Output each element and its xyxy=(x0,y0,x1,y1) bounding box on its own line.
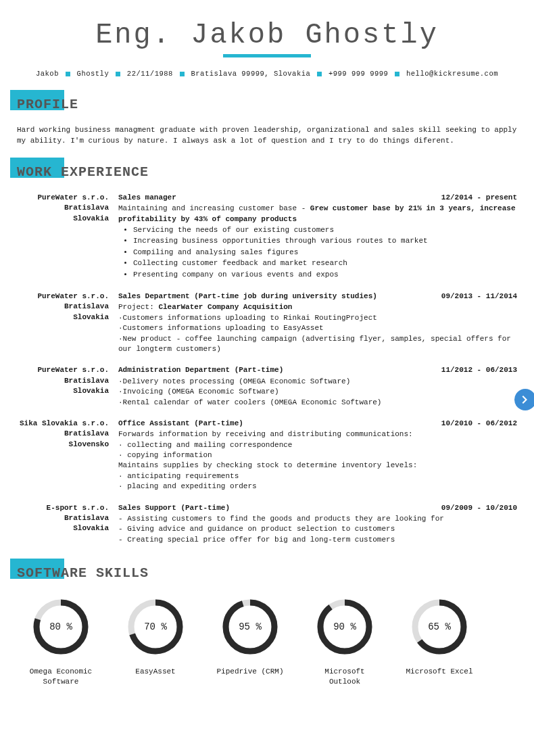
country: Slovakia xyxy=(17,386,109,396)
skill-ring: 95 % xyxy=(221,598,279,656)
skill-percent: 95 % xyxy=(221,598,279,656)
job-details: Administration Department (Part-time)11/… xyxy=(118,365,517,408)
country: Slovensko xyxy=(17,440,109,450)
job-details: Sales manager12/2014 - presentMaintainin… xyxy=(118,193,517,281)
job-entry: PureWater s.r.o.BratislavaSlovakiaAdmini… xyxy=(17,365,517,408)
job-line: ·Delivery notes processing (OMEGA Econom… xyxy=(118,377,517,387)
job-line: · anticipating requirements xyxy=(118,471,517,481)
address: Bratislava 99999, Slovakia xyxy=(191,70,310,78)
skill-percent: 90 % xyxy=(316,598,374,656)
separator-icon xyxy=(66,72,70,76)
company: Sika Slovakia s.r.o. xyxy=(17,419,109,429)
skill-ring: 65 % xyxy=(410,598,468,656)
separator-icon xyxy=(317,72,322,76)
job-title: Office Assistant (Part-time) xyxy=(118,419,243,429)
job-company-block: PureWater s.r.o.BratislavaSlovakia xyxy=(17,365,118,408)
section-work-title: WORK EXPERIENCE xyxy=(17,162,517,183)
title-underline xyxy=(223,54,311,57)
skills-row: 80 %Omega Economic Software70 %EasyAsset… xyxy=(17,598,517,686)
skill-item: 65 %Microsoft Excel xyxy=(402,598,477,686)
skill-ring: 90 % xyxy=(316,598,374,656)
city: Bratislava xyxy=(17,302,109,312)
job-intro: Maintaining and increasing customer base… xyxy=(118,204,517,225)
dob: 22/11/1988 xyxy=(127,70,173,78)
list-item: Increasing business opportunities throug… xyxy=(133,236,517,246)
separator-icon xyxy=(180,72,185,76)
skill-label: Microsoft Excel xyxy=(402,667,477,676)
page-title: Eng. Jakob Ghostly xyxy=(17,19,517,51)
skill-item: 95 %Pipedrive (CRM) xyxy=(213,598,287,686)
skill-label: Microsoft Outlook xyxy=(308,667,382,686)
list-item: Collecting customer feedback and market … xyxy=(133,258,517,268)
job-title: Administration Department (Part-time) xyxy=(118,365,283,375)
job-line: ·Invoicing (OMEGA Economic Software) xyxy=(118,387,517,397)
job-line: ·Customers informations uploading to Rin… xyxy=(118,313,517,323)
job-entry: Sika Slovakia s.r.o.BratislavaSlovenskoO… xyxy=(17,419,517,492)
skill-label: EasyAsset xyxy=(118,667,193,676)
job-line: Maintains supplies by checking stock to … xyxy=(118,460,517,471)
job-dates: 09/2009 - 10/2010 xyxy=(441,503,517,513)
skill-label: Pipedrive (CRM) xyxy=(213,667,287,676)
job-line: ·New product - coffee launching campaign… xyxy=(118,334,517,355)
separator-icon xyxy=(116,72,120,76)
job-line: - Creating special price offer for big a… xyxy=(118,535,517,545)
job-company-block: PureWater s.r.o.BratislavaSlovakia xyxy=(17,193,118,281)
job-details: Sales Department (Part-time job during u… xyxy=(118,291,517,354)
section-skills-title: SOFTWARE SKILLS xyxy=(17,563,517,584)
job-title: Sales manager xyxy=(118,193,176,203)
list-item: Presenting company on various events and… xyxy=(133,270,517,280)
job-dates: 12/2014 - present xyxy=(441,193,517,203)
city: Bratislava xyxy=(17,376,109,386)
job-dates: 11/2012 - 06/2013 xyxy=(441,365,517,375)
job-entry: PureWater s.r.o.BratislavaSlovakiaSales … xyxy=(17,193,517,281)
job-line: ·Rental calendar of water coolers (OMEGA… xyxy=(118,398,517,408)
skill-percent: 70 % xyxy=(126,598,185,656)
skill-percent: 65 % xyxy=(410,598,468,656)
section-label: PROFILE xyxy=(17,97,78,112)
last-name: Ghostly xyxy=(77,70,110,78)
company: E-sport s.r.o. xyxy=(17,503,109,513)
skill-item: 70 %EasyAsset xyxy=(118,598,193,686)
city: Bratislava xyxy=(17,429,109,439)
job-title: Sales Department (Part-time job during u… xyxy=(118,291,377,302)
job-entry: PureWater s.r.o.BratislavaSlovakiaSales … xyxy=(17,291,517,354)
section-profile-title: PROFILE xyxy=(17,94,517,116)
job-line: · collecting and mailing correspondence xyxy=(118,440,517,450)
project-line: Project: ClearWater Company Acquisition xyxy=(118,302,517,312)
skill-ring: 70 % xyxy=(126,598,185,656)
chevron-right-icon xyxy=(520,394,531,405)
company: PureWater s.r.o. xyxy=(17,193,109,203)
separator-icon xyxy=(395,72,399,76)
job-line: ·Customers informations uploading to Eas… xyxy=(118,323,517,333)
company: PureWater s.r.o. xyxy=(17,291,109,302)
skill-label: Omega Economic Software xyxy=(24,667,98,686)
job-dates: 09/2013 - 11/2014 xyxy=(441,291,517,302)
job-company-block: E-sport s.r.o.BratislavaSlovakia xyxy=(17,503,118,546)
skill-ring: 80 % xyxy=(32,598,90,656)
first-name: Jakob xyxy=(36,70,59,78)
section-label: SOFTWARE SKILLS xyxy=(17,565,149,581)
skill-item: 80 %Omega Economic Software xyxy=(24,598,98,686)
email: hello@kickresume.com xyxy=(406,70,498,78)
job-bullets: Servicing the needs of our existing cust… xyxy=(118,225,517,280)
job-line: · copying information xyxy=(118,450,517,460)
country: Slovakia xyxy=(17,214,109,224)
job-line: - Giving advice and guidance on product … xyxy=(118,524,517,534)
job-details: Office Assistant (Part-time)10/2010 - 06… xyxy=(118,419,517,492)
job-title: Sales Support (Part-time) xyxy=(118,503,230,513)
next-page-button[interactable] xyxy=(514,389,534,410)
job-dates: 10/2010 - 06/2012 xyxy=(441,419,517,429)
job-details: Sales Support (Part-time)09/2009 - 10/20… xyxy=(118,503,517,546)
job-line: Forwards information by receiving and di… xyxy=(118,429,517,440)
city: Bratislava xyxy=(17,203,109,213)
country: Slovakia xyxy=(17,523,109,534)
phone: +999 999 9999 xyxy=(329,70,388,78)
section-label: WORK EXPERIENCE xyxy=(17,164,149,180)
job-company-block: PureWater s.r.o.BratislavaSlovakia xyxy=(17,291,118,354)
profile-text: Hard working business managment graduate… xyxy=(17,125,517,147)
city: Bratislava xyxy=(17,513,109,523)
country: Slovakia xyxy=(17,312,109,323)
job-company-block: Sika Slovakia s.r.o.BratislavaSlovensko xyxy=(17,419,118,492)
job-entry: E-sport s.r.o.BratislavaSlovakiaSales Su… xyxy=(17,503,517,546)
job-line: · placing and expediting orders xyxy=(118,481,517,492)
